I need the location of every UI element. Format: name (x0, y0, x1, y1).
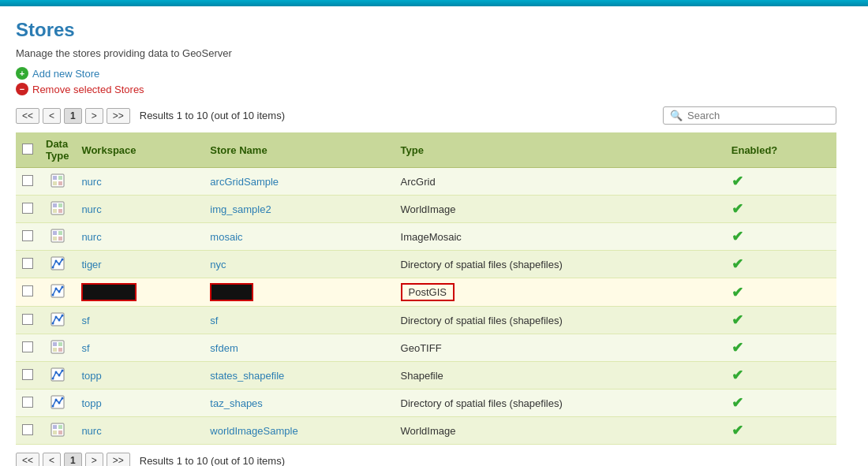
workspace-link[interactable]: nurc (81, 425, 101, 437)
add-store-link[interactable]: + Add new Store (16, 67, 836, 80)
type-value: Directory of spatial files (shapefiles) (401, 259, 563, 270)
svg-point-21 (51, 294, 54, 296)
store-name-link[interactable]: mosaic (210, 231, 242, 243)
table-row: topptaz_shapesDirectory of spatial files… (16, 390, 836, 417)
table-row: nurcworldImageSampleWorldImage✔ (16, 417, 836, 445)
add-icon: + (16, 67, 28, 80)
store-name-link[interactable]: taz_shapes (210, 397, 263, 409)
pagination-last-bottom[interactable]: >> (107, 453, 130, 466)
pagination-first-bottom[interactable]: << (16, 453, 39, 466)
enabled-check: ✔ (731, 256, 743, 272)
svg-rect-49 (58, 431, 62, 434)
row-checkbox[interactable] (22, 175, 33, 186)
type-value: ImageMosaic (401, 231, 462, 243)
remove-store-link[interactable]: − Remove selected Stores (16, 83, 836, 95)
svg-point-42 (54, 398, 57, 401)
pagination-first[interactable]: << (16, 108, 39, 124)
enabled-check: ✔ (731, 312, 743, 328)
table-row: PostGIS✔ (16, 278, 836, 307)
table-row: sfsfDirectory of spatial files (shapefil… (16, 307, 836, 334)
action-links: + Add new Store − Remove selected Stores (16, 67, 836, 95)
svg-point-28 (58, 319, 60, 321)
svg-point-23 (58, 291, 60, 293)
vector-icon (51, 284, 65, 298)
top-bar (0, 0, 868, 6)
pagination-last[interactable]: >> (107, 108, 130, 124)
workspace-link[interactable]: sf (81, 315, 89, 326)
row-checkbox[interactable] (22, 369, 33, 380)
svg-rect-46 (53, 425, 57, 429)
workspace-link[interactable]: nurc (81, 176, 101, 188)
enabled-check: ✔ (731, 173, 743, 189)
store-name-link[interactable]: states_shapefile (210, 370, 284, 382)
type-value: ArcGrid (401, 176, 436, 188)
workspace-link[interactable]: nurc (81, 203, 101, 215)
pagination-next[interactable]: > (85, 108, 103, 124)
table-row: sfsfdemGeoTIFF✔ (16, 334, 836, 362)
row-checkbox[interactable] (22, 203, 33, 214)
svg-point-16 (51, 266, 54, 268)
row-checkbox[interactable] (22, 424, 33, 435)
workspace-link[interactable]: nurc (81, 231, 101, 243)
store-name-link[interactable]: img_sample2 (210, 203, 271, 215)
row-checkbox[interactable] (22, 285, 33, 296)
raster-icon (51, 201, 65, 215)
pagination-current-bottom[interactable]: 1 (64, 453, 82, 466)
svg-rect-2 (58, 176, 62, 180)
row-checkbox[interactable] (22, 314, 33, 325)
svg-point-36 (51, 377, 54, 379)
pagination-current[interactable]: 1 (64, 108, 82, 124)
svg-point-24 (61, 286, 63, 289)
row-checkbox[interactable] (22, 341, 33, 352)
page-subtitle: Manage the stores providing data to GeoS… (16, 47, 836, 59)
vector-icon (51, 312, 65, 326)
enabled-check: ✔ (731, 285, 743, 300)
enabled-check: ✔ (731, 340, 743, 356)
header-checkbox (16, 132, 39, 168)
enabled-check: ✔ (731, 367, 743, 383)
search-input[interactable] (687, 110, 829, 121)
type-value: WorldImage (401, 425, 456, 437)
store-name-link[interactable]: sf (210, 315, 218, 326)
store-name-link[interactable]: worldImageSample (210, 425, 297, 437)
svg-rect-8 (53, 209, 57, 213)
store-name-link[interactable]: sfdem (210, 342, 238, 354)
row-checkbox[interactable] (22, 397, 33, 408)
header-enabled: Enabled? (725, 132, 836, 168)
store-name-link[interactable]: arcGridSample (210, 176, 279, 188)
workspace-link[interactable]: topp (81, 370, 101, 382)
header-workspace: Workspace (75, 132, 204, 168)
pagination-prev-bottom[interactable]: < (43, 453, 61, 466)
select-all-checkbox[interactable] (22, 144, 33, 155)
svg-point-39 (61, 369, 63, 371)
row-checkbox[interactable] (22, 230, 33, 241)
svg-rect-33 (53, 348, 57, 352)
svg-rect-6 (53, 203, 57, 207)
enabled-check: ✔ (731, 229, 743, 244)
store-name-link[interactable]: nyc (210, 259, 226, 270)
svg-point-22 (54, 288, 57, 290)
workspace-link[interactable]: sf (81, 342, 89, 354)
raster-icon (51, 229, 65, 243)
raster-icon (51, 340, 65, 354)
enabled-check: ✔ (731, 423, 743, 438)
svg-rect-13 (53, 237, 57, 240)
pagination-bar: << < 1 > >> Results 1 to 10 (out of 10 i… (16, 106, 836, 125)
svg-rect-12 (58, 231, 62, 235)
pagination-info: Results 1 to 10 (out of 10 items) (140, 110, 285, 121)
svg-point-18 (58, 263, 60, 265)
pagination-info-bottom: Results 1 to 10 (out of 10 items) (140, 455, 285, 467)
pagination-prev[interactable]: < (43, 108, 61, 124)
svg-point-17 (54, 259, 57, 262)
table-header-row: Data Type Workspace Store Name Type Enab… (16, 132, 836, 168)
svg-point-29 (61, 314, 63, 316)
pagination-bar-bottom: << < 1 > >> Results 1 to 10 (out of 10 i… (16, 453, 836, 466)
search-box: 🔍 (663, 106, 836, 125)
pagination-next-bottom[interactable]: > (85, 453, 103, 466)
row-checkbox[interactable] (22, 258, 33, 269)
workspace-link[interactable]: topp (81, 397, 101, 409)
header-type: Type (395, 132, 725, 168)
svg-rect-11 (53, 231, 57, 235)
workspace-link[interactable]: tiger (81, 259, 101, 270)
stores-table: Data Type Workspace Store Name Type Enab… (16, 132, 836, 445)
